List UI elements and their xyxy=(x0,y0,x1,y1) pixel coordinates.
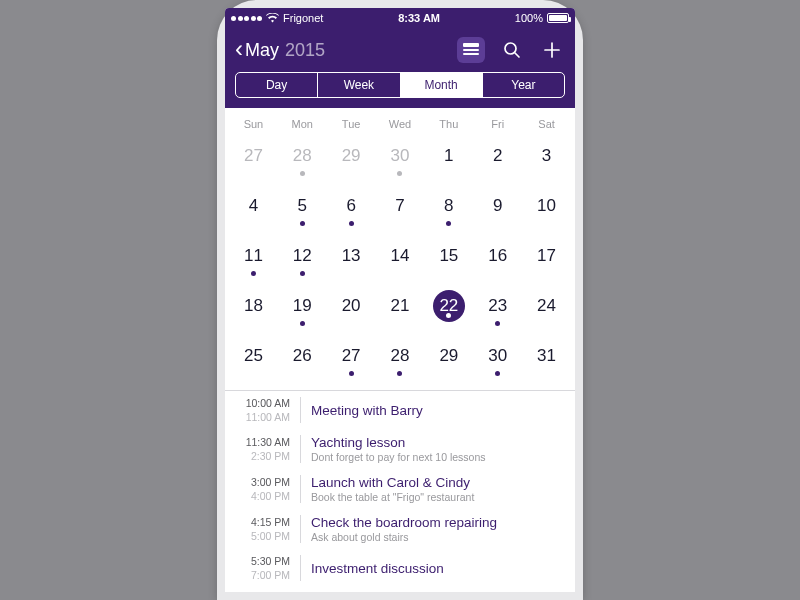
event-row[interactable]: 11:30 AM2:30 PMYachting lessonDont forge… xyxy=(225,429,575,469)
day-number: 14 xyxy=(384,240,416,272)
day-cell[interactable]: 19 xyxy=(278,286,327,330)
day-cell[interactable]: 10 xyxy=(522,186,571,230)
weekday-label: Mon xyxy=(278,118,327,130)
event-row[interactable]: 4:15 PM5:00 PMCheck the boardroom repair… xyxy=(225,509,575,549)
event-row[interactable]: 3:00 PM4:00 PMLaunch with Carol & CindyB… xyxy=(225,469,575,509)
event-indicator-dot xyxy=(300,321,305,326)
day-cell[interactable]: 11 xyxy=(229,236,278,280)
status-bar: Frigonet 8:33 AM 100% xyxy=(225,8,575,28)
day-cell[interactable]: 22 xyxy=(424,286,473,330)
day-cell[interactable]: 15 xyxy=(424,236,473,280)
search-button[interactable] xyxy=(499,37,525,63)
day-cell[interactable]: 21 xyxy=(376,286,425,330)
day-cell[interactable]: 28 xyxy=(278,136,327,180)
day-cell[interactable]: 13 xyxy=(327,236,376,280)
svg-rect-0 xyxy=(463,43,479,47)
carrier-label: Frigonet xyxy=(283,12,323,24)
day-number: 10 xyxy=(531,190,563,222)
event-title: Yachting lesson xyxy=(311,435,486,450)
event-indicator-dot xyxy=(300,171,305,176)
day-number: 30 xyxy=(384,140,416,172)
back-button[interactable]: ‹ May 2015 xyxy=(235,39,325,61)
weekday-header: SunMonTueWedThuFriSat xyxy=(229,114,571,136)
day-cell[interactable]: 16 xyxy=(473,236,522,280)
segment-week[interactable]: Week xyxy=(318,73,400,97)
day-cell[interactable]: 6 xyxy=(327,186,376,230)
day-number: 21 xyxy=(384,290,416,322)
day-cell[interactable]: 30 xyxy=(376,136,425,180)
day-number: 6 xyxy=(335,190,367,222)
day-cell[interactable]: 27 xyxy=(229,136,278,180)
day-number: 5 xyxy=(286,190,318,222)
screen: Frigonet 8:33 AM 100% ‹ May 2015 xyxy=(225,8,575,592)
day-cell[interactable]: 29 xyxy=(327,136,376,180)
day-cell[interactable]: 8 xyxy=(424,186,473,230)
segment-year[interactable]: Year xyxy=(483,73,564,97)
events-list[interactable]: 10:00 AM11:00 AMMeeting with Barry11:30 … xyxy=(225,390,575,592)
event-body: Yachting lessonDont forget to pay for ne… xyxy=(301,435,486,463)
event-indicator-dot xyxy=(397,171,402,176)
weekday-label: Sun xyxy=(229,118,278,130)
event-indicator-dot xyxy=(397,371,402,376)
day-cell[interactable]: 18 xyxy=(229,286,278,330)
segment-day[interactable]: Day xyxy=(236,73,318,97)
event-start-time: 4:15 PM xyxy=(225,516,290,528)
day-cell[interactable]: 9 xyxy=(473,186,522,230)
event-indicator-dot xyxy=(349,221,354,226)
days-grid: 2728293012345678910111213141516171819202… xyxy=(229,136,571,380)
day-cell[interactable]: 1 xyxy=(424,136,473,180)
day-number: 12 xyxy=(286,240,318,272)
day-cell[interactable]: 31 xyxy=(522,336,571,380)
day-cell[interactable]: 7 xyxy=(376,186,425,230)
day-cell[interactable]: 17 xyxy=(522,236,571,280)
day-cell[interactable]: 27 xyxy=(327,336,376,380)
day-cell[interactable]: 5 xyxy=(278,186,327,230)
header-month: May xyxy=(245,40,279,61)
wifi-icon xyxy=(266,13,279,23)
day-cell[interactable]: 23 xyxy=(473,286,522,330)
day-cell[interactable]: 26 xyxy=(278,336,327,380)
event-times: 4:15 PM5:00 PM xyxy=(225,515,301,543)
event-body: Meeting with Barry xyxy=(301,397,423,423)
plus-icon xyxy=(543,41,561,59)
day-cell[interactable]: 24 xyxy=(522,286,571,330)
day-cell[interactable]: 3 xyxy=(522,136,571,180)
event-title: Meeting with Barry xyxy=(311,403,423,418)
event-row[interactable]: 8:00 PMPing Pong challenge xyxy=(225,587,575,592)
event-end-time: 5:00 PM xyxy=(225,530,290,542)
view-segmented-control: Day Week Month Year xyxy=(235,72,565,98)
segment-month[interactable]: Month xyxy=(401,73,483,97)
list-view-toggle[interactable] xyxy=(457,37,485,63)
day-number: 23 xyxy=(482,290,514,322)
day-cell[interactable]: 4 xyxy=(229,186,278,230)
day-number: 26 xyxy=(286,340,318,372)
svg-rect-2 xyxy=(463,53,479,55)
day-cell[interactable]: 12 xyxy=(278,236,327,280)
day-cell[interactable]: 30 xyxy=(473,336,522,380)
day-cell[interactable]: 20 xyxy=(327,286,376,330)
event-note: Dont forget to pay for next 10 lessons xyxy=(311,451,486,463)
day-number: 29 xyxy=(335,140,367,172)
event-row[interactable]: 5:30 PM7:00 PMInvestment discussion xyxy=(225,549,575,587)
event-indicator-dot xyxy=(495,321,500,326)
event-indicator-dot xyxy=(446,221,451,226)
day-number: 25 xyxy=(237,340,269,372)
day-number: 30 xyxy=(482,340,514,372)
day-cell[interactable]: 29 xyxy=(424,336,473,380)
day-cell[interactable]: 2 xyxy=(473,136,522,180)
event-end-time: 11:00 AM xyxy=(225,411,290,423)
day-cell[interactable]: 25 xyxy=(229,336,278,380)
event-start-time: 3:00 PM xyxy=(225,476,290,488)
day-number: 17 xyxy=(531,240,563,272)
day-number: 9 xyxy=(482,190,514,222)
add-button[interactable] xyxy=(539,37,565,63)
list-icon xyxy=(463,43,479,57)
day-number: 20 xyxy=(335,290,367,322)
day-cell[interactable]: 14 xyxy=(376,236,425,280)
day-cell[interactable]: 28 xyxy=(376,336,425,380)
day-number: 16 xyxy=(482,240,514,272)
header: ‹ May 2015 xyxy=(225,28,575,108)
event-row[interactable]: 10:00 AM11:00 AMMeeting with Barry xyxy=(225,391,575,429)
signal-dots-icon xyxy=(231,16,262,21)
day-number: 7 xyxy=(384,190,416,222)
